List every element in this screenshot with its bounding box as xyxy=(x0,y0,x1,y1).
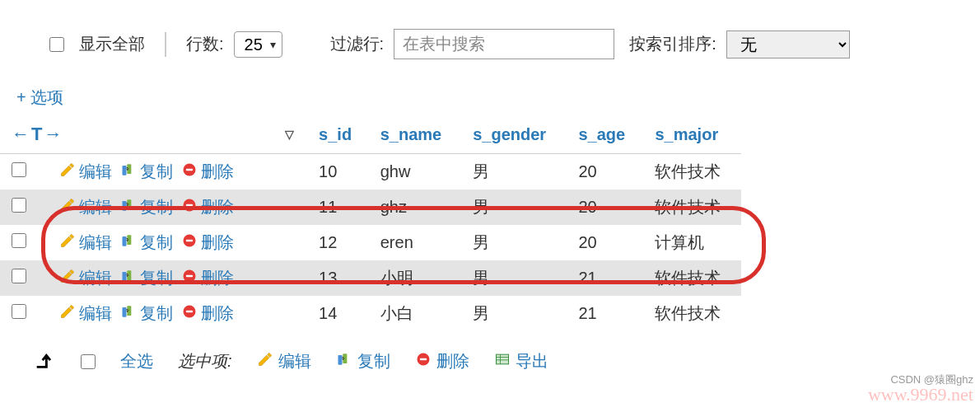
cell-s_gender: 男 xyxy=(461,190,567,225)
cell-s_id: 13 xyxy=(307,260,369,296)
cell-s_name: eren xyxy=(369,225,461,260)
cell-s_age: 21 xyxy=(567,296,644,331)
cell-s_id: 14 xyxy=(307,296,369,331)
sort-dropdown-icon[interactable]: ▽ xyxy=(285,128,296,141)
col-s_major[interactable]: s_major xyxy=(643,115,741,154)
edit-button[interactable]: 编辑 xyxy=(59,267,112,289)
bulk-export-button[interactable]: 导出 xyxy=(494,350,548,372)
cell-s_major: 软件技术 xyxy=(643,154,741,190)
cell-s_id: 11 xyxy=(307,190,369,225)
row-header-symbol[interactable]: ←T→ xyxy=(12,124,63,145)
delete-button[interactable]: 删除 xyxy=(181,161,234,183)
copy-button[interactable]: 复制 xyxy=(120,302,173,325)
toolbar: 显示全部 行数: 25 ▾ 过滤行: 按索引排序: 无 xyxy=(0,0,980,72)
cell-s_gender: 男 xyxy=(461,154,567,190)
options-link[interactable]: + 选项 xyxy=(0,72,980,115)
pencil-icon xyxy=(59,268,76,288)
select-all-link[interactable]: 全选 xyxy=(120,350,153,372)
edit-button[interactable]: 编辑 xyxy=(59,196,112,218)
cell-s_name: 小白 xyxy=(369,296,461,331)
cell-s_major: 软件技术 xyxy=(643,260,741,296)
bulk-action-bar: 全选 选中项: 编辑 复制 删除 导出 xyxy=(0,331,980,375)
table-row: 编辑复制删除14小白男21软件技术 xyxy=(0,296,741,331)
table-row: 编辑复制删除12eren男20计算机 xyxy=(0,225,741,260)
cell-s_major: 软件技术 xyxy=(643,190,741,225)
delete-button[interactable]: 删除 xyxy=(181,196,234,218)
checked-items-label: 选中项: xyxy=(178,350,232,372)
cell-s_major: 计算机 xyxy=(643,225,741,260)
cell-s_id: 12 xyxy=(307,225,369,260)
copy-icon xyxy=(120,268,137,288)
copy-button[interactable]: 复制 xyxy=(120,161,173,183)
rows-select[interactable]: 25 xyxy=(234,31,282,58)
col-s_gender[interactable]: s_gender xyxy=(461,115,567,154)
cell-s_name: 小明 xyxy=(369,260,461,296)
delete-button[interactable]: 删除 xyxy=(181,232,234,254)
cell-s_id: 10 xyxy=(307,154,369,190)
delete-icon xyxy=(415,351,432,372)
edit-button[interactable]: 编辑 xyxy=(59,161,112,183)
delete-icon xyxy=(181,268,198,288)
export-icon xyxy=(494,351,511,372)
row-checkbox[interactable] xyxy=(12,162,26,177)
cell-s_name: ghw xyxy=(369,154,461,190)
copy-button[interactable]: 复制 xyxy=(120,232,173,254)
cell-s_gender: 男 xyxy=(461,260,567,296)
delete-icon xyxy=(181,232,198,253)
delete-icon xyxy=(181,303,198,324)
bulk-delete-button[interactable]: 删除 xyxy=(415,350,469,372)
delete-button[interactable]: 删除 xyxy=(181,267,234,289)
arrow-up-icon xyxy=(33,348,56,375)
delete-icon xyxy=(181,197,198,218)
pencil-icon xyxy=(59,162,76,182)
filter-input[interactable] xyxy=(394,29,614,59)
pencil-icon xyxy=(59,303,76,324)
table-row: 编辑复制删除11ghz男20软件技术 xyxy=(0,190,741,225)
col-s_age[interactable]: s_age xyxy=(567,115,644,154)
pencil-icon xyxy=(59,197,76,218)
row-checkbox[interactable] xyxy=(12,233,26,248)
sort-select[interactable]: 无 xyxy=(726,30,850,59)
table-row: 编辑复制删除10ghw男20软件技术 xyxy=(0,154,741,190)
rows-label: 行数: xyxy=(186,33,224,55)
row-checkbox[interactable] xyxy=(12,304,26,319)
pencil-icon xyxy=(257,351,273,372)
copy-icon xyxy=(120,162,137,182)
row-checkbox[interactable] xyxy=(12,269,26,283)
watermark-site: www.9969.net xyxy=(868,384,973,405)
cell-s_major: 软件技术 xyxy=(643,296,741,331)
copy-button[interactable]: 复制 xyxy=(120,196,173,218)
show-all-label: 显示全部 xyxy=(79,33,145,55)
divider xyxy=(165,32,166,57)
cell-s_gender: 男 xyxy=(461,225,567,260)
copy-icon xyxy=(336,351,352,372)
data-table: ←T→ ▽ s_id s_name s_gender s_age s_major… xyxy=(0,115,741,331)
sort-label: 按索引排序: xyxy=(629,33,716,55)
cell-s_gender: 男 xyxy=(461,296,567,331)
col-s_name[interactable]: s_name xyxy=(369,115,461,154)
delete-icon xyxy=(181,162,198,182)
cell-s_age: 20 xyxy=(567,154,644,190)
bulk-copy-button[interactable]: 复制 xyxy=(336,350,390,372)
edit-button[interactable]: 编辑 xyxy=(59,302,112,325)
cell-s_age: 20 xyxy=(567,225,644,260)
copy-icon xyxy=(120,232,137,253)
edit-button[interactable]: 编辑 xyxy=(59,232,112,254)
show-all-checkbox[interactable] xyxy=(49,37,64,52)
cell-s_age: 20 xyxy=(567,190,644,225)
delete-button[interactable]: 删除 xyxy=(181,302,234,325)
cell-s_age: 21 xyxy=(567,260,644,296)
col-s_id[interactable]: s_id xyxy=(307,115,369,154)
row-checkbox[interactable] xyxy=(12,198,26,213)
table-row: 编辑复制删除13小明男21软件技术 xyxy=(0,260,741,296)
copy-icon xyxy=(120,303,137,324)
pencil-icon xyxy=(59,232,76,253)
cell-s_name: ghz xyxy=(369,190,461,225)
copy-icon xyxy=(120,197,137,218)
select-all-checkbox[interactable] xyxy=(81,354,96,369)
copy-button[interactable]: 复制 xyxy=(120,267,173,289)
bulk-edit-button[interactable]: 编辑 xyxy=(257,350,311,372)
filter-label: 过滤行: xyxy=(330,33,385,55)
